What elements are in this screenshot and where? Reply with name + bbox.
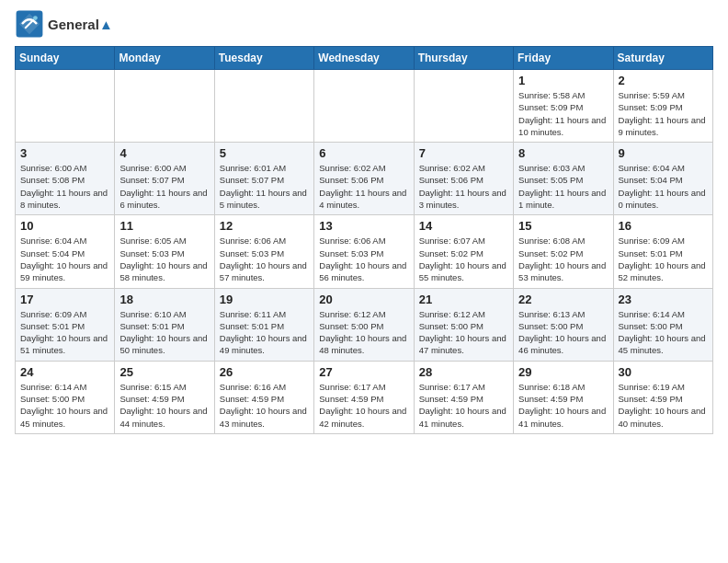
day-info: Sunrise: 6:16 AM Sunset: 4:59 PM Dayligh… [220, 381, 309, 430]
day-number: 20 [319, 293, 408, 306]
day-info: Sunrise: 6:09 AM Sunset: 5:01 PM Dayligh… [619, 235, 708, 283]
calendar-week-5: 24Sunrise: 6:14 AM Sunset: 5:00 PM Dayli… [16, 361, 713, 433]
calendar-cell: 29Sunrise: 6:18 AM Sunset: 4:59 PM Dayli… [514, 361, 613, 433]
day-number: 26 [220, 365, 309, 379]
day-number: 28 [419, 365, 508, 379]
calendar-cell: 4Sunrise: 6:00 AM Sunset: 5:07 PM Daylig… [115, 143, 214, 215]
day-info: Sunrise: 6:11 AM Sunset: 5:01 PM Dayligh… [220, 308, 309, 357]
calendar-header-friday: Friday [514, 47, 613, 70]
calendar-cell [115, 70, 214, 143]
calendar-week-4: 17Sunrise: 6:09 AM Sunset: 5:01 PM Dayli… [16, 288, 713, 361]
day-info: Sunrise: 6:14 AM Sunset: 5:00 PM Dayligh… [20, 381, 109, 430]
day-number: 29 [518, 365, 608, 379]
day-number: 24 [20, 365, 109, 379]
day-number: 15 [518, 219, 608, 233]
calendar-cell: 20Sunrise: 6:12 AM Sunset: 5:00 PM Dayli… [314, 288, 414, 361]
day-number: 18 [119, 293, 209, 306]
day-number: 12 [220, 219, 309, 233]
day-info: Sunrise: 6:03 AM Sunset: 5:05 PM Dayligh… [518, 162, 608, 211]
calendar-cell: 10Sunrise: 6:04 AM Sunset: 5:04 PM Dayli… [16, 215, 115, 288]
logo: General▲ [15, 9, 113, 39]
day-info: Sunrise: 6:10 AM Sunset: 5:01 PM Dayligh… [119, 308, 209, 357]
calendar-week-1: 1Sunrise: 5:58 AM Sunset: 5:09 PM Daylig… [16, 70, 713, 143]
day-number: 17 [20, 293, 109, 306]
day-info: Sunrise: 6:15 AM Sunset: 4:59 PM Dayligh… [119, 381, 209, 430]
day-number: 21 [419, 293, 508, 306]
day-info: Sunrise: 6:00 AM Sunset: 5:08 PM Dayligh… [20, 162, 109, 211]
day-number: 16 [619, 219, 708, 233]
day-number: 4 [119, 146, 209, 160]
calendar-header-monday: Monday [115, 47, 214, 70]
calendar-cell [314, 70, 414, 143]
day-number: 2 [619, 74, 708, 87]
calendar-cell: 11Sunrise: 6:05 AM Sunset: 5:03 PM Dayli… [115, 215, 214, 288]
calendar-header-sunday: Sunday [16, 47, 115, 70]
day-info: Sunrise: 6:17 AM Sunset: 4:59 PM Dayligh… [419, 381, 508, 430]
day-info: Sunrise: 6:00 AM Sunset: 5:07 PM Dayligh… [119, 162, 209, 211]
day-info: Sunrise: 6:06 AM Sunset: 5:03 PM Dayligh… [220, 235, 309, 283]
calendar-header-tuesday: Tuesday [214, 47, 313, 70]
day-info: Sunrise: 6:09 AM Sunset: 5:01 PM Dayligh… [20, 308, 109, 357]
calendar-cell [414, 70, 513, 143]
day-number: 9 [619, 146, 708, 160]
calendar-cell [16, 70, 115, 143]
day-info: Sunrise: 6:18 AM Sunset: 4:59 PM Dayligh… [518, 381, 608, 430]
calendar-cell [214, 70, 313, 143]
day-number: 19 [220, 293, 309, 306]
calendar-cell: 23Sunrise: 6:14 AM Sunset: 5:00 PM Dayli… [613, 288, 712, 361]
day-info: Sunrise: 6:19 AM Sunset: 4:59 PM Dayligh… [619, 381, 708, 430]
day-info: Sunrise: 5:59 AM Sunset: 5:09 PM Dayligh… [619, 89, 708, 138]
day-info: Sunrise: 6:02 AM Sunset: 5:06 PM Dayligh… [319, 162, 408, 211]
day-info: Sunrise: 6:12 AM Sunset: 5:00 PM Dayligh… [419, 308, 508, 357]
day-info: Sunrise: 6:14 AM Sunset: 5:00 PM Dayligh… [619, 308, 708, 357]
day-number: 13 [319, 219, 408, 233]
calendar-cell: 2Sunrise: 5:59 AM Sunset: 5:09 PM Daylig… [613, 70, 712, 143]
day-number: 30 [619, 365, 708, 379]
calendar-cell: 28Sunrise: 6:17 AM Sunset: 4:59 PM Dayli… [414, 361, 513, 433]
calendar-header-wednesday: Wednesday [314, 47, 414, 70]
day-info: Sunrise: 6:01 AM Sunset: 5:07 PM Dayligh… [220, 162, 309, 211]
day-number: 1 [518, 74, 608, 87]
day-info: Sunrise: 6:04 AM Sunset: 5:04 PM Dayligh… [20, 235, 109, 283]
header: General▲ [15, 9, 713, 39]
calendar-cell: 27Sunrise: 6:17 AM Sunset: 4:59 PM Dayli… [314, 361, 414, 433]
day-info: Sunrise: 5:58 AM Sunset: 5:09 PM Dayligh… [518, 89, 608, 138]
calendar-cell: 30Sunrise: 6:19 AM Sunset: 4:59 PM Dayli… [613, 361, 712, 433]
calendar-cell: 6Sunrise: 6:02 AM Sunset: 5:06 PM Daylig… [314, 143, 414, 215]
day-info: Sunrise: 6:02 AM Sunset: 5:06 PM Dayligh… [419, 162, 508, 211]
calendar-week-2: 3Sunrise: 6:00 AM Sunset: 5:08 PM Daylig… [16, 143, 713, 215]
calendar-cell: 17Sunrise: 6:09 AM Sunset: 5:01 PM Dayli… [16, 288, 115, 361]
day-number: 22 [518, 293, 608, 306]
calendar-cell: 1Sunrise: 5:58 AM Sunset: 5:09 PM Daylig… [514, 70, 613, 143]
calendar-cell: 12Sunrise: 6:06 AM Sunset: 5:03 PM Dayli… [214, 215, 313, 288]
day-info: Sunrise: 6:07 AM Sunset: 5:02 PM Dayligh… [419, 235, 508, 283]
calendar-cell: 8Sunrise: 6:03 AM Sunset: 5:05 PM Daylig… [514, 143, 613, 215]
day-number: 6 [319, 146, 408, 160]
calendar-cell: 9Sunrise: 6:04 AM Sunset: 5:04 PM Daylig… [613, 143, 712, 215]
calendar-cell: 14Sunrise: 6:07 AM Sunset: 5:02 PM Dayli… [414, 215, 513, 288]
day-info: Sunrise: 6:13 AM Sunset: 5:00 PM Dayligh… [518, 308, 608, 357]
calendar-cell: 7Sunrise: 6:02 AM Sunset: 5:06 PM Daylig… [414, 143, 513, 215]
day-info: Sunrise: 6:04 AM Sunset: 5:04 PM Dayligh… [619, 162, 708, 211]
calendar-week-3: 10Sunrise: 6:04 AM Sunset: 5:04 PM Dayli… [16, 215, 713, 288]
day-info: Sunrise: 6:17 AM Sunset: 4:59 PM Dayligh… [319, 381, 408, 430]
day-info: Sunrise: 6:08 AM Sunset: 5:02 PM Dayligh… [518, 235, 608, 283]
logo-icon [15, 9, 44, 39]
svg-point-2 [33, 16, 38, 20]
calendar-cell: 3Sunrise: 6:00 AM Sunset: 5:08 PM Daylig… [16, 143, 115, 215]
day-number: 3 [20, 146, 109, 160]
day-number: 25 [119, 365, 209, 379]
day-number: 11 [119, 219, 209, 233]
day-number: 14 [419, 219, 508, 233]
day-number: 7 [419, 146, 508, 160]
day-number: 23 [619, 293, 708, 306]
calendar-cell: 5Sunrise: 6:01 AM Sunset: 5:07 PM Daylig… [214, 143, 313, 215]
calendar-header-saturday: Saturday [613, 47, 712, 70]
calendar-cell: 13Sunrise: 6:06 AM Sunset: 5:03 PM Dayli… [314, 215, 414, 288]
calendar-cell: 16Sunrise: 6:09 AM Sunset: 5:01 PM Dayli… [613, 215, 712, 288]
calendar-cell: 22Sunrise: 6:13 AM Sunset: 5:00 PM Dayli… [514, 288, 613, 361]
day-number: 27 [319, 365, 408, 379]
calendar-cell: 15Sunrise: 6:08 AM Sunset: 5:02 PM Dayli… [514, 215, 613, 288]
calendar-page: General▲ SundayMondayTuesdayWednesdayThu… [0, 0, 728, 449]
day-info: Sunrise: 6:05 AM Sunset: 5:03 PM Dayligh… [119, 235, 209, 283]
